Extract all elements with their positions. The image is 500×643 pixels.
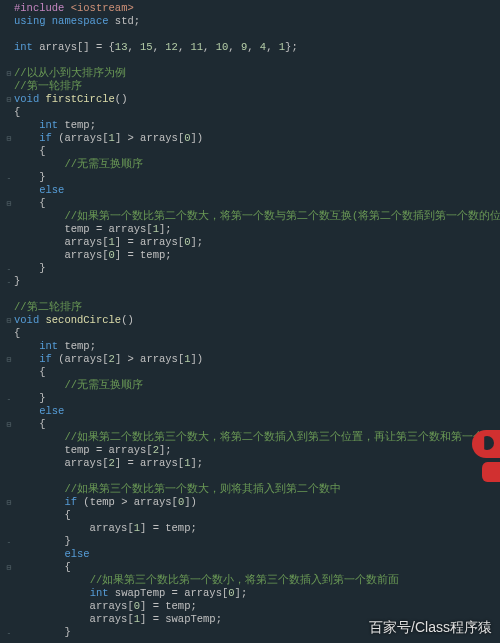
fold-marker-icon xyxy=(4,470,14,483)
fold-marker-icon[interactable]: ⊟ xyxy=(4,132,14,145)
code-text: //第一轮排序 xyxy=(14,80,82,93)
code-line[interactable]: { xyxy=(4,366,500,379)
fold-marker-icon[interactable]: ⊟ xyxy=(4,353,14,366)
fold-marker-icon[interactable]: - xyxy=(4,626,14,639)
code-text: //如果第二个数比第三个数大，将第二个数插入到第三个位置，再让第三个数和第一个数… xyxy=(14,431,500,444)
code-line[interactable] xyxy=(4,288,500,301)
fold-marker-icon xyxy=(4,106,14,119)
fold-marker-icon[interactable]: - xyxy=(4,392,14,405)
code-line[interactable]: //无需互换顺序 xyxy=(4,158,500,171)
code-line[interactable]: #include <iostream> xyxy=(4,2,500,15)
fold-marker-icon xyxy=(4,431,14,444)
code-text: if (arrays[1] > arrays[0]) xyxy=(14,132,203,145)
fold-marker-icon[interactable]: - xyxy=(4,535,14,548)
code-line[interactable]: { xyxy=(4,327,500,340)
code-line[interactable]: { xyxy=(4,106,500,119)
fold-marker-icon xyxy=(4,444,14,457)
fold-marker-icon xyxy=(4,366,14,379)
code-line[interactable]: -} xyxy=(4,275,500,288)
code-line[interactable] xyxy=(4,470,500,483)
code-text: //如果第一个数比第二个数大，将第一个数与第二个数互换(将第二个数插到第一个数的… xyxy=(14,210,500,223)
fold-marker-icon xyxy=(4,483,14,496)
code-line[interactable]: temp = arrays[2]; xyxy=(4,444,500,457)
code-editor[interactable]: #include <iostream>using namespace std;i… xyxy=(0,0,500,643)
code-line[interactable]: using namespace std; xyxy=(4,15,500,28)
code-area[interactable]: #include <iostream>using namespace std;i… xyxy=(0,0,500,643)
fold-marker-icon xyxy=(4,288,14,301)
fold-marker-icon xyxy=(4,249,14,262)
code-line[interactable]: int temp; xyxy=(4,119,500,132)
code-line[interactable] xyxy=(4,54,500,67)
code-text: else xyxy=(14,405,64,418)
code-line[interactable]: - } xyxy=(4,262,500,275)
code-text: } xyxy=(14,392,46,405)
code-line[interactable]: int arrays[] = {13, 15, 12, 11, 10, 9, 4… xyxy=(4,41,500,54)
code-line[interactable]: ⊟ if (arrays[1] > arrays[0]) xyxy=(4,132,500,145)
code-text: arrays[0] = temp; xyxy=(14,249,172,262)
code-line[interactable]: else xyxy=(4,405,500,418)
code-text: if (arrays[2] > arrays[1]) xyxy=(14,353,203,366)
code-text: { xyxy=(14,366,46,379)
code-line[interactable]: ⊟ if (arrays[2] > arrays[1]) xyxy=(4,353,500,366)
code-text: void firstCircle() xyxy=(14,93,127,106)
code-line[interactable]: - } xyxy=(4,171,500,184)
code-text: temp = arrays[2]; xyxy=(14,444,172,457)
code-line[interactable]: else xyxy=(4,548,500,561)
fold-marker-icon xyxy=(4,509,14,522)
code-line[interactable]: ⊟void firstCircle() xyxy=(4,93,500,106)
code-text: { xyxy=(14,145,46,158)
fold-marker-icon xyxy=(4,327,14,340)
fold-marker-icon[interactable]: ⊟ xyxy=(4,496,14,509)
code-text: { xyxy=(14,106,20,119)
code-line[interactable]: //如果第二个数比第三个数大，将第二个数插入到第三个位置，再让第三个数和第一个数… xyxy=(4,431,500,444)
fold-marker-icon[interactable]: ⊟ xyxy=(4,67,14,80)
code-line[interactable]: //第二轮排序 xyxy=(4,301,500,314)
code-line[interactable]: int temp; xyxy=(4,340,500,353)
code-line[interactable]: else xyxy=(4,184,500,197)
code-line[interactable]: //如果第三个数比第一个数大，则将其插入到第二个数中 xyxy=(4,483,500,496)
fold-marker-icon xyxy=(4,210,14,223)
code-line[interactable]: arrays[0] = temp; xyxy=(4,600,500,613)
code-line[interactable]: temp = arrays[1]; xyxy=(4,223,500,236)
code-line[interactable]: arrays[1] = temp; xyxy=(4,522,500,535)
code-line[interactable]: ⊟void secondCircle() xyxy=(4,314,500,327)
code-line[interactable]: int swapTemp = arrays[0]; xyxy=(4,587,500,600)
fold-marker-icon[interactable]: ⊟ xyxy=(4,314,14,327)
fold-marker-icon[interactable]: - xyxy=(4,275,14,288)
code-text: } xyxy=(14,535,71,548)
code-text: { xyxy=(14,197,46,210)
code-text: { xyxy=(14,509,71,522)
code-line[interactable]: - } xyxy=(4,535,500,548)
fold-marker-icon xyxy=(4,613,14,626)
code-line[interactable]: ⊟ { xyxy=(4,197,500,210)
code-line[interactable]: //无需互换顺序 xyxy=(4,379,500,392)
code-line[interactable]: arrays[1] = arrays[0]; xyxy=(4,236,500,249)
code-line[interactable]: { xyxy=(4,145,500,158)
code-line[interactable]: arrays[0] = temp; xyxy=(4,249,500,262)
code-line[interactable]: ⊟ if (temp > arrays[0]) xyxy=(4,496,500,509)
code-line[interactable]: //如果第一个数比第二个数大，将第一个数与第二个数互换(将第二个数插到第一个数的… xyxy=(4,210,500,223)
code-line[interactable]: //第一轮排序 xyxy=(4,80,500,93)
code-line[interactable]: { xyxy=(4,509,500,522)
fold-marker-icon[interactable]: - xyxy=(4,262,14,275)
code-line[interactable]: ⊟ { xyxy=(4,561,500,574)
code-line[interactable] xyxy=(4,28,500,41)
code-text: } xyxy=(14,262,46,275)
code-text: arrays[1] = arrays[0]; xyxy=(14,236,203,249)
fold-marker-icon[interactable]: ⊟ xyxy=(4,418,14,431)
fold-marker-icon[interactable]: - xyxy=(4,171,14,184)
code-text: int arrays[] = {13, 15, 12, 11, 10, 9, 4… xyxy=(14,41,298,54)
code-line[interactable]: ⊟//以从小到大排序为例 xyxy=(4,67,500,80)
code-text: arrays[0] = temp; xyxy=(14,600,197,613)
code-line[interactable]: arrays[2] = arrays[1]; xyxy=(4,457,500,470)
fold-marker-icon[interactable]: ⊟ xyxy=(4,93,14,106)
code-text: } xyxy=(14,275,20,288)
fold-marker-icon xyxy=(4,522,14,535)
code-text: //无需互换顺序 xyxy=(14,379,143,392)
code-line[interactable]: - } xyxy=(4,392,500,405)
fold-marker-icon[interactable]: ⊟ xyxy=(4,561,14,574)
code-line[interactable]: //如果第三个数比第一个数小，将第三个数插入到第一个数前面 xyxy=(4,574,500,587)
code-line[interactable]: ⊟ { xyxy=(4,418,500,431)
fold-marker-icon[interactable]: ⊟ xyxy=(4,197,14,210)
code-text: { xyxy=(14,327,20,340)
